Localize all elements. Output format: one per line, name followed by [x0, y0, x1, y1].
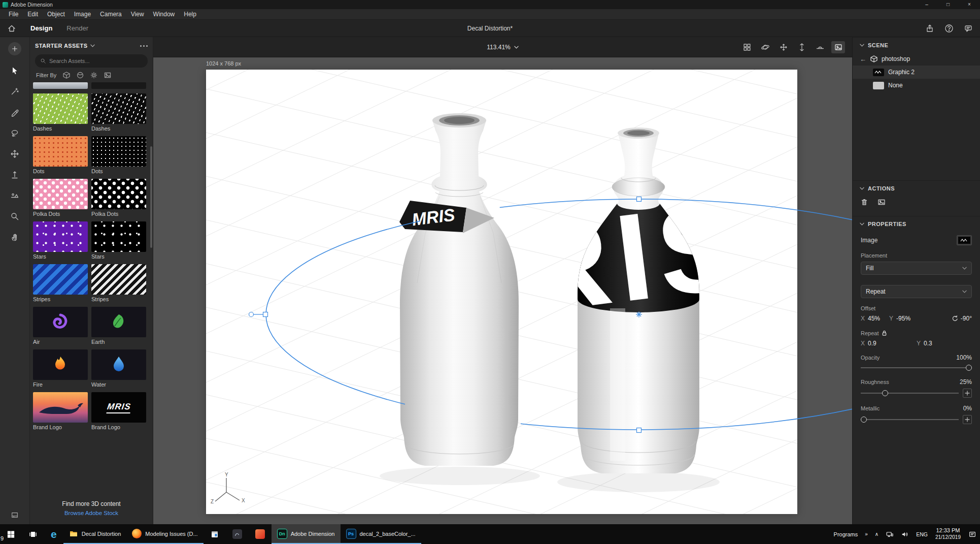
asset-tile[interactable]: Earth — [91, 307, 146, 345]
asset-thumbnail[interactable] — [33, 136, 88, 167]
asset-thumbnail[interactable] — [91, 264, 146, 295]
roughness-slider[interactable] — [861, 390, 959, 397]
asset-thumbnail[interactable] — [91, 221, 146, 252]
asset-search[interactable] — [35, 54, 148, 68]
scene-model-row[interactable]: ← photoshop — [853, 52, 980, 66]
menu-object[interactable]: Object — [43, 11, 70, 18]
network-tray-button[interactable] — [882, 524, 897, 544]
offset-y-value[interactable]: -95% — [896, 315, 915, 322]
asset-tile[interactable]: Stars — [33, 221, 88, 260]
opacity-value[interactable]: 100% — [956, 354, 972, 361]
more-options-icon[interactable] — [140, 45, 148, 47]
edge-button[interactable]: e — [44, 524, 63, 544]
select-tool[interactable] — [7, 63, 22, 78]
filter-images-icon[interactable] — [104, 72, 111, 79]
taskbar-window-file-explorer[interactable]: Decal Distortion — [63, 524, 127, 544]
canvas[interactable]: MRIS — [206, 70, 797, 514]
assets-scrollbar[interactable] — [150, 146, 152, 248]
asset-tile[interactable]: Air — [33, 307, 88, 345]
menu-file[interactable]: File — [4, 11, 23, 18]
programs-toolbar[interactable]: Programs — [830, 524, 862, 544]
lasso-tool[interactable] — [7, 125, 22, 141]
dolly-camera-button[interactable] — [795, 41, 808, 53]
asset-tile[interactable]: Brand Logo — [33, 392, 88, 430]
tiling-select[interactable]: Repeat — [861, 285, 972, 298]
menu-edit[interactable]: Edit — [23, 11, 43, 18]
offset-x-value[interactable]: 45% — [868, 315, 889, 322]
roughness-value[interactable]: 25% — [960, 378, 972, 386]
zoom-control[interactable]: 113.41% — [487, 44, 518, 51]
asset-thumbnail[interactable] — [91, 93, 146, 124]
replace-image-button[interactable] — [877, 198, 886, 207]
feedback-button[interactable] — [960, 21, 977, 36]
asset-thumbnail[interactable] — [33, 221, 88, 252]
asset-thumbnail[interactable] — [91, 82, 146, 89]
orbit-camera-button[interactable] — [758, 41, 772, 53]
metallic-slider[interactable] — [861, 416, 959, 423]
task-view-button[interactable] — [22, 524, 44, 544]
asset-thumbnail[interactable] — [33, 264, 88, 295]
taskbar-clock[interactable]: 12:33 PM 21/12/2019 — [931, 527, 965, 540]
asset-tile[interactable]: Water — [91, 349, 146, 388]
asset-thumbnail[interactable] — [91, 307, 146, 337]
tab-design[interactable]: Design — [23, 20, 59, 37]
asset-tile[interactable]: Dashes — [33, 93, 88, 132]
asset-thumbnail[interactable] — [33, 349, 88, 380]
menu-camera[interactable]: Camera — [95, 11, 126, 18]
tab-render[interactable]: Render — [59, 20, 95, 37]
slider-knob[interactable] — [861, 417, 867, 423]
adobe-cc-button[interactable] — [249, 524, 272, 544]
filter-models-icon[interactable] — [63, 72, 70, 79]
asset-thumbnail[interactable] — [33, 307, 88, 337]
actions-header[interactable]: ACTIONS — [853, 180, 980, 196]
asset-thumbnail[interactable] — [91, 136, 146, 167]
placement-select[interactable]: Fill — [861, 262, 972, 275]
menu-image[interactable]: Image — [70, 11, 95, 18]
delete-button[interactable] — [860, 198, 869, 207]
filter-materials-icon[interactable] — [77, 72, 84, 79]
hidden-icons-chevron[interactable]: ∧ — [871, 524, 882, 544]
zoom-tool[interactable] — [7, 209, 22, 224]
opacity-slider[interactable] — [861, 364, 972, 371]
asset-tile[interactable] — [33, 82, 88, 89]
bottle-left[interactable]: MRIS — [380, 113, 540, 485]
browse-adobe-stock-link[interactable]: Browse Adobe Stock — [30, 510, 153, 516]
scene-header[interactable]: SCENE — [853, 37, 980, 52]
toolbar-overflow-chevron[interactable]: » — [861, 524, 871, 544]
asset-tile[interactable]: Fire — [33, 349, 88, 388]
search-input[interactable] — [49, 58, 143, 64]
asset-tile[interactable]: Stripes — [33, 264, 88, 302]
asset-tile[interactable]: Polka Dots — [91, 179, 146, 217]
asset-thumbnail[interactable] — [33, 93, 88, 124]
horizon-tool[interactable] — [7, 188, 22, 203]
asset-tile[interactable]: Polka Dots — [33, 179, 88, 217]
bottle-right[interactable]: RIS — [513, 127, 756, 492]
layer-row-none[interactable]: None — [853, 79, 980, 92]
assets-panel-header[interactable]: STARTER ASSETS — [30, 37, 153, 54]
help-button[interactable] — [940, 21, 958, 36]
taskbar-window-photoshop[interactable]: Ps decal_2_baseColor_... — [341, 524, 421, 544]
properties-header[interactable]: PROPERTIES — [853, 216, 980, 231]
slider-knob[interactable] — [966, 365, 972, 371]
pan-camera-button[interactable] — [776, 41, 790, 53]
asset-tile[interactable]: MRIS Brand Logo — [91, 392, 146, 430]
asset-thumbnail[interactable] — [91, 179, 146, 209]
move-tool[interactable] — [7, 146, 22, 162]
layout-grid-button[interactable] — [740, 41, 754, 53]
menu-window[interactable]: Window — [149, 11, 180, 18]
share-button[interactable] — [921, 21, 938, 36]
asset-thumbnail[interactable]: MRIS — [91, 392, 146, 423]
asset-tile[interactable]: Dots — [33, 136, 88, 174]
metallic-value[interactable]: 0% — [963, 405, 972, 412]
sampler-tool[interactable] — [7, 105, 22, 120]
horizon-camera-button[interactable] — [813, 41, 827, 53]
minimize-button[interactable]: – — [916, 0, 937, 9]
scene-3d[interactable]: MRIS — [206, 70, 797, 514]
asset-thumbnail[interactable] — [33, 392, 88, 423]
asset-thumbnail[interactable] — [33, 179, 88, 209]
menu-help[interactable]: Help — [179, 11, 201, 18]
roughness-texture-button[interactable] — [963, 389, 972, 398]
panel-toggle-button[interactable] — [11, 511, 19, 519]
asset-tile[interactable] — [91, 82, 146, 89]
lock-icon[interactable] — [882, 330, 887, 336]
